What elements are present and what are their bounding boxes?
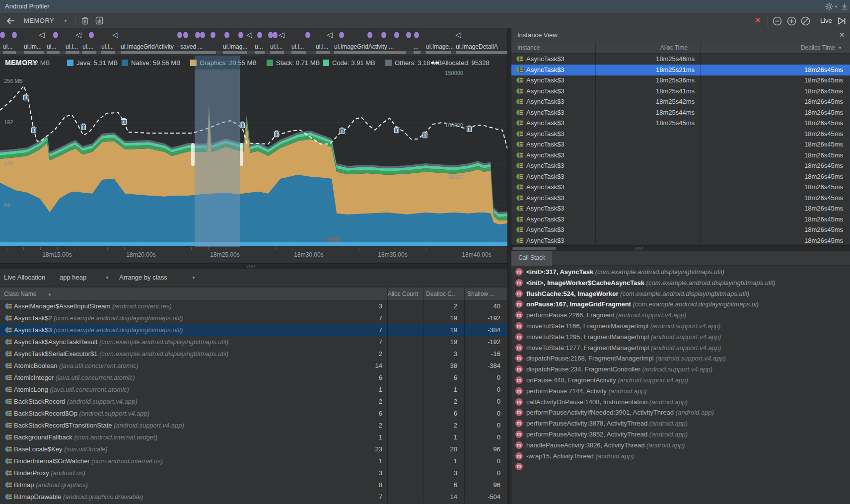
callstack-list[interactable]: m<init>:317, AsyncTask (com.example.andr… [511,267,850,504]
column-instance[interactable]: Instance [517,44,540,51]
instance-row[interactable]: AsyncTask$318m26s45ms [511,160,850,171]
callstack-frame[interactable]: mflushCache:524, ImageWorker (com.exampl… [511,288,850,299]
instance-row[interactable]: AsyncTask$318m25s44ms18m26s45ms [511,107,850,118]
callstack-frame[interactable]: monPause:448, FragmentActivity (android.… [511,375,850,386]
callstack-frame[interactable]: mperformPauseActivityIfNeeded:3901, Acti… [511,407,850,418]
callstack-frame[interactable]: mperformPause:2266, Fragment (android.su… [511,310,850,321]
column-shallow-size[interactable]: Shallow ... [467,290,495,297]
instance-row[interactable]: AsyncTask$318m25s45ms18m26s45ms [511,118,850,129]
table-row[interactable]: BinderInternal$GcWatcher (com.android.in… [0,455,507,467]
callstack-frame[interactable]: mperformPauseActivity:3878, ActivityThre… [511,418,850,429]
touch-event-icon [89,32,94,38]
table-row[interactable]: Bitmap (android.graphics)8696 [0,479,507,491]
instance-row[interactable]: AsyncTask$318m26s45ms [511,171,850,182]
callstack-frame[interactable]: mhandlePauseActivity:3826, ActivityThrea… [511,440,850,451]
selection-handle-left[interactable] [191,143,195,166]
profiler-type-dropdown[interactable]: MEMORY [24,17,54,24]
instance-row[interactable]: AsyncTask$318m25s42ms18m26s45ms [511,96,850,107]
class-table[interactable]: AssetManager$AssetInputStream (android.c… [0,300,507,504]
callstack-frame[interactable]: monPause:167, ImageGridFragment (com.exa… [511,299,850,310]
touch-event-icon [53,32,58,38]
table-row[interactable]: AtomicBoolean (java.util.concurrent.atom… [0,360,507,372]
column-class-name[interactable]: Class Name [4,290,36,297]
table-row[interactable]: AsyncTask$3 (com.example.android.display… [0,324,507,336]
instance-table-header[interactable]: Instance Alloc Time Dealloc Time ▼ [511,42,850,54]
callstack-frame[interactable]: m<init>:317, AsyncTask (com.example.andr… [511,267,850,278]
method-icon: m [515,441,523,449]
table-row[interactable]: BackStackRecord$Op (android.support.v4.a… [0,408,507,420]
selection-handle-right[interactable] [240,143,243,166]
class-table-header[interactable]: Class Name ▲ Alloc Count Dealloc C... Sh… [0,287,507,300]
callstack-frame[interactable]: m<init>, ImageWorker$CacheAsyncTask (com… [511,278,850,288]
instance-row[interactable]: AsyncTask$318m26s45ms [511,182,850,193]
close-selection-icon[interactable]: ✕ [755,16,761,25]
trash-icon[interactable] [81,16,89,25]
instance-row[interactable]: AsyncTask$318m26s45ms [511,193,850,204]
zoom-out-icon[interactable] [773,16,782,26]
column-dealloc-count[interactable]: Dealloc C... [426,290,457,297]
vertical-splitter[interactable] [507,28,511,504]
table-row[interactable]: BackgroundFallback (com.android.internal… [0,432,507,443]
zoom-in-icon[interactable] [787,16,796,26]
reset-zoom-icon[interactable] [801,16,810,26]
instance-row[interactable]: AsyncTask$318m26s45ms [511,214,850,225]
profiler-toolbar: MEMORY ▼ ✕ Live [0,13,850,28]
instance-hscrollbar[interactable]: ///// [511,245,850,251]
instance-row[interactable]: AsyncTask$318m25s36ms18m26s45ms [511,75,850,86]
horizontal-splitter[interactable]: ///// [0,263,507,269]
table-row[interactable]: BackStackRecord$TransitionState (android… [0,420,507,432]
arrange-dropdown[interactable]: Arrange by class [119,274,167,281]
callstack-frame[interactable]: mmoveToState:1295, FragmentManagerImpl (… [511,332,850,343]
table-row[interactable]: BinderProxy (android.os)330 [0,467,507,479]
callstack-frame[interactable]: mdispatchPause:2168, FragmentManagerImpl… [511,353,850,364]
gear-icon[interactable] [825,2,833,10]
instance-row[interactable]: AsyncTask$318m26s45ms [511,203,850,214]
memory-chart[interactable]: 256 MB1921286415000010000050000 [0,70,507,247]
callstack-frame[interactable]: mmoveToState:1277, FragmentManagerImpl (… [511,343,850,354]
scrollbar-thumb[interactable] [512,247,556,250]
callstack-frame[interactable]: mperformPause:7144, Activity (android.ap… [511,386,850,397]
download-icon[interactable] [841,2,848,10]
table-row[interactable]: AtomicLong (java.util.concurrent.atomic)… [0,384,507,396]
instance-row[interactable]: AsyncTask$318m26s45ms [511,129,850,140]
table-row[interactable]: AsyncTask$2 (com.example.android.display… [0,312,507,324]
table-row[interactable]: BackStackRecord (android.support.v4.app)… [0,396,507,408]
instance-row[interactable]: AsyncTask$318m26s45ms [511,235,850,246]
tab-call-stack[interactable]: Call Stack [511,251,552,266]
instance-row[interactable]: AsyncTask$318m25s46ms [511,54,850,65]
instance-row[interactable]: AsyncTask$318m25s21ms18m26s45ms [511,65,850,75]
event-timeline[interactable]: ◁◁◁◁◁◁◁ [0,28,507,42]
table-row[interactable]: AsyncTask$AsyncTaskResult (com.example.a… [0,336,507,348]
activity-label: ui.ImageGridActivity – saved ... [121,43,203,51]
close-instance-view-icon[interactable]: ✕ [839,31,845,39]
callstack-frame[interactable]: m [511,461,850,472]
instance-table[interactable]: AsyncTask$318m25s46msAsyncTask$318m25s21… [511,54,850,245]
sort-desc-icon: ▼ [838,46,842,50]
table-row[interactable]: AsyncTask$SerialExecutor$1 (com.example.… [0,348,507,360]
callstack-frame[interactable]: m-wrap15, ActivityThread (android.app) [511,451,850,462]
table-row[interactable]: BaseLocale$Key (sun.util.locale)232096 [0,443,507,455]
timeline-scrollbar[interactable] [326,237,341,242]
table-row[interactable]: AtomicInteger (java.util.concurrent.atom… [0,372,507,384]
table-row[interactable]: BitmapDrawable (android.graphics.drawabl… [0,491,507,503]
live-button[interactable]: Live [820,17,832,24]
jump-to-live-icon[interactable] [838,17,847,25]
callstack-frame[interactable]: mcallActivityOnPause:1408, Instrumentati… [511,397,850,408]
callstack-frame[interactable]: mperformPauseActivity:3852, ActivityThre… [511,429,850,440]
export-heap-icon[interactable] [95,16,103,25]
heap-dropdown[interactable]: app heap [60,274,86,281]
column-dealloc-time[interactable]: Dealloc Time [700,44,835,51]
instance-row[interactable]: AsyncTask$318m25s41ms18m26s45ms [511,86,850,97]
callstack-frame[interactable]: mdispatchPause:234, FragmentController (… [511,364,850,375]
table-row[interactable]: AssetManager$AssetInputStream (android.c… [0,300,507,312]
activity-lifecycle-bar [121,51,216,54]
callstack-frame[interactable]: mmoveToState:1166, FragmentManagerImpl (… [511,321,850,332]
column-alloc-time[interactable]: Alloc Time [595,44,688,51]
instance-row[interactable]: AsyncTask$318m26s45ms [511,150,850,161]
method-icon: m [515,463,523,470]
instance-row[interactable]: AsyncTask$318m26s45ms [511,224,850,235]
back-arrow-icon[interactable] [6,16,16,26]
instance-row[interactable]: AsyncTask$318m26s45ms [511,139,850,150]
column-alloc-count[interactable]: Alloc Count [353,290,418,297]
activity-timeline: ui...ui.Im...ui...ui.l...ui....ui.l...ui… [0,42,507,55]
